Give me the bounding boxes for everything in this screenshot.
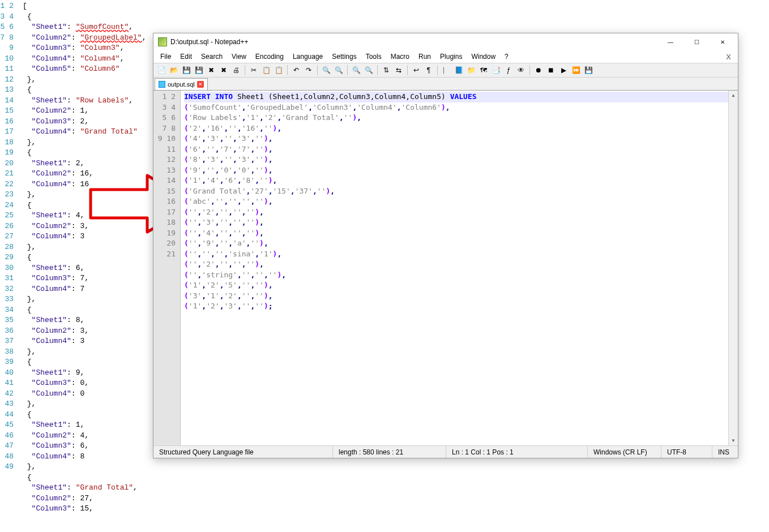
sync-h-icon[interactable]: ⇆ <box>393 65 404 76</box>
save-macro-icon[interactable]: 💾 <box>583 65 594 76</box>
doc-map-icon[interactable]: 🗺 <box>478 65 489 76</box>
sync-v-icon[interactable]: ⇅ <box>381 65 392 76</box>
menu-view[interactable]: View <box>227 52 251 62</box>
npp-gutter: 1 2 3 4 5 6 7 8 9 10 11 12 13 14 15 16 1… <box>153 91 181 445</box>
menu-search[interactable]: Search <box>196 52 227 62</box>
tab-close-icon[interactable]: ✕ <box>197 81 204 88</box>
print-icon[interactable]: 🖨 <box>230 65 242 76</box>
statusbar: Structured Query Language file length : … <box>153 445 738 458</box>
play-multi-icon[interactable]: ⏩ <box>570 65 582 76</box>
toolbar: 📄📂💾💾✖✖🖨✂📋📋↶↷🔍🔍🔍🔍⇅⇆↩¶⎸📘📁🗺📑ƒ👁⏺⏹▶⏩💾 <box>153 63 738 78</box>
scroll-track[interactable] <box>729 100 738 436</box>
mdi-close-icon[interactable]: X <box>721 53 736 61</box>
titlebar[interactable]: D:\output.sql - Notepad++ — ☐ ✕ <box>153 33 738 50</box>
record-icon[interactable]: ⏺ <box>533 65 544 76</box>
npp-code[interactable]: INSERT INTO Sheet1 (Sheet1,Column2,Colum… <box>181 91 728 445</box>
app-icon <box>158 37 167 46</box>
file-tab-output-sql[interactable]: output.sql ✕ <box>155 78 208 90</box>
menu-encoding[interactable]: Encoding <box>251 52 288 62</box>
toolbar-separator <box>437 65 438 75</box>
new-file-icon[interactable]: 📄 <box>156 65 167 76</box>
menu-tools[interactable]: Tools <box>361 52 386 62</box>
status-encoding: UTF-8 <box>661 446 712 458</box>
replace-icon[interactable]: 🔍 <box>333 65 344 76</box>
zoom-out-icon[interactable]: 🔍 <box>363 65 374 76</box>
copy-icon[interactable]: 📋 <box>260 65 272 76</box>
func-list-icon[interactable]: ƒ <box>503 65 514 76</box>
find-icon[interactable]: 🔍 <box>321 65 332 76</box>
toolbar-separator <box>529 65 530 75</box>
toolbar-separator <box>245 65 245 75</box>
status-file-type: Structured Query Language file <box>153 446 333 458</box>
file-icon <box>159 81 165 88</box>
paste-icon[interactable]: 📋 <box>273 65 284 76</box>
open-file-icon[interactable]: 📂 <box>168 65 180 76</box>
monitor-icon[interactable]: 👁 <box>515 65 527 76</box>
menu-[interactable]: ? <box>500 52 513 62</box>
lang-icon[interactable]: 📘 <box>453 65 464 76</box>
folder-icon[interactable]: 📁 <box>465 65 477 76</box>
status-length: length : 580 lines : 21 <box>333 446 446 458</box>
window-title: D:\output.sql - Notepad++ <box>170 38 657 46</box>
redo-icon[interactable]: ↷ <box>303 65 314 76</box>
close-icon[interactable]: ✖ <box>206 65 217 76</box>
play-icon[interactable]: ▶ <box>558 65 569 76</box>
menu-run[interactable]: Run <box>414 52 435 62</box>
toolbar-separator <box>347 65 348 75</box>
status-position: Ln : 1 Col : 1 Pos : 1 <box>446 446 588 458</box>
menu-settings[interactable]: Settings <box>327 52 361 62</box>
left-gutter: 1 2 3 4 5 6 7 8 9 10 11 12 13 14 15 16 1… <box>0 0 17 532</box>
maximize-button[interactable]: ☐ <box>683 33 710 50</box>
save-all-icon[interactable]: 💾 <box>193 65 204 76</box>
status-eol: Windows (CR LF) <box>588 446 661 458</box>
menu-window[interactable]: Window <box>467 52 500 62</box>
save-icon[interactable]: 💾 <box>181 65 192 76</box>
status-insert-mode: INS <box>712 446 738 458</box>
doc-list-icon[interactable]: 📑 <box>490 65 502 76</box>
tab-label: output.sql <box>168 81 195 88</box>
toolbar-separator <box>287 65 288 75</box>
menu-macro[interactable]: Macro <box>386 52 414 62</box>
all-chars-icon[interactable]: ¶ <box>423 65 434 76</box>
tab-strip: output.sql ✕ <box>153 78 738 90</box>
notepadpp-window: D:\output.sql - Notepad++ — ☐ ✕ FileEdit… <box>153 33 738 458</box>
undo-icon[interactable]: ↶ <box>290 65 302 76</box>
toolbar-separator <box>407 65 408 75</box>
zoom-in-icon[interactable]: 🔍 <box>351 65 362 76</box>
menu-edit[interactable]: Edit <box>176 52 196 62</box>
menu-language[interactable]: Language <box>288 52 327 62</box>
toolbar-separator <box>377 65 378 75</box>
vertical-scrollbar[interactable]: ▲ ▼ <box>728 91 738 445</box>
stop-icon[interactable]: ⏹ <box>545 65 557 76</box>
minimize-button[interactable]: — <box>657 33 683 50</box>
scroll-down-icon[interactable]: ▼ <box>729 436 738 445</box>
close-button[interactable]: ✕ <box>710 33 736 50</box>
menu-plugins[interactable]: Plugins <box>435 52 467 62</box>
word-wrap-icon[interactable]: ↩ <box>411 65 422 76</box>
menubar: FileEditSearchViewEncodingLanguageSettin… <box>153 50 738 63</box>
scroll-up-icon[interactable]: ▲ <box>729 91 738 100</box>
cut-icon[interactable]: ✂ <box>248 65 259 76</box>
close-all-icon[interactable]: ✖ <box>218 65 229 76</box>
menu-file[interactable]: File <box>156 52 176 62</box>
toolbar-separator <box>317 65 318 75</box>
editor-area: 1 2 3 4 5 6 7 8 9 10 11 12 13 14 15 16 1… <box>153 90 738 445</box>
indent-guide-icon[interactable]: ⎸ <box>441 65 452 76</box>
